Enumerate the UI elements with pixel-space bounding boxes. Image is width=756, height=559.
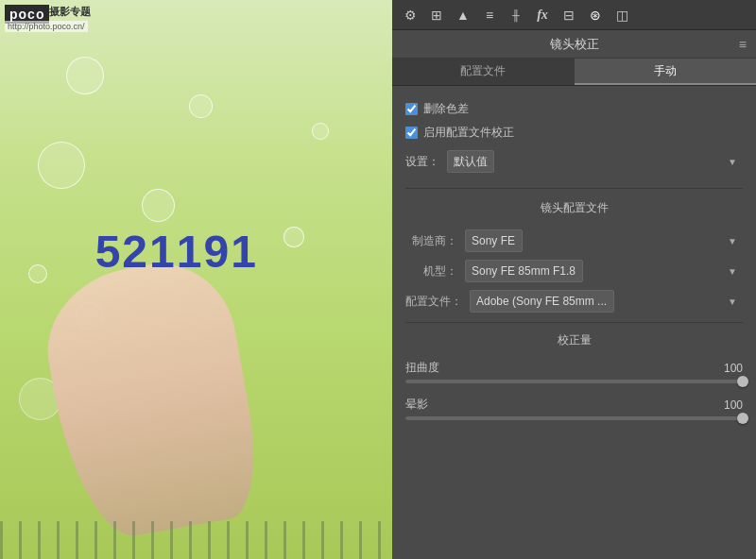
profile-file-select-wrapper: Adobe (Sony FE 85mm ... Default ▼ bbox=[470, 290, 743, 313]
bubble bbox=[189, 94, 213, 118]
vignette-fill bbox=[405, 416, 743, 420]
settings-row: 设置： 默认值 自定义 ▼ bbox=[405, 150, 743, 173]
divider-1 bbox=[405, 188, 743, 189]
checkbox-chromatic[interactable] bbox=[405, 103, 418, 115]
manufacturer-select-wrapper: Sony FE Canon Nikon Sigma ▼ bbox=[465, 229, 743, 252]
profile-file-select-arrow: ▼ bbox=[728, 296, 737, 307]
distortion-thumb[interactable] bbox=[737, 376, 748, 387]
bubble bbox=[312, 123, 329, 140]
distortion-header: 扭曲度 100 bbox=[405, 360, 743, 376]
distortion-track[interactable] bbox=[405, 380, 743, 383]
checkbox-row-profile: 启用配置文件校正 bbox=[405, 125, 743, 141]
toolbar-icon-crop[interactable]: ⊞ bbox=[426, 5, 447, 25]
menu-icon[interactable]: ≡ bbox=[739, 37, 747, 52]
checkbox-chromatic-label: 删除色差 bbox=[423, 101, 469, 117]
toolbar-icon-settings[interactable]: ⚙ bbox=[400, 5, 421, 25]
manufacturer-select[interactable]: Sony FE Canon Nikon Sigma bbox=[465, 229, 523, 252]
toolbar: ⚙ ⊞ ▲ ≡ ╫ fx ⊟ ⊛ ◫ bbox=[392, 0, 756, 30]
checkbox-row-chromatic: 删除色差 bbox=[405, 101, 743, 117]
settings-select-wrapper: 默认值 自定义 ▼ bbox=[447, 150, 743, 173]
model-row: 机型： Sony FE 85mm F1.8 Sony FE 50mm F1.8 … bbox=[405, 260, 743, 282]
photo-panel: poco 摄影专题 http://photo.poco.cn/ 521191 bbox=[0, 0, 392, 559]
watermark-subtitle: 摄影专题 bbox=[49, 5, 91, 19]
vignette-header: 晕影 100 bbox=[405, 397, 743, 413]
tab-bar: 配置文件 手动 bbox=[392, 59, 756, 86]
profile-file-row: 配置文件： Adobe (Sony FE 85mm ... Default ▼ bbox=[405, 290, 743, 313]
vignette-thumb[interactable] bbox=[737, 413, 748, 424]
model-select-wrapper: Sony FE 85mm F1.8 Sony FE 50mm F1.8 Sony… bbox=[465, 260, 743, 282]
checkbox-profile-enable[interactable] bbox=[405, 127, 418, 139]
toolbar-icon-fx[interactable]: fx bbox=[532, 5, 553, 25]
bubble bbox=[38, 142, 85, 189]
distortion-value: 100 bbox=[714, 362, 743, 375]
vignette-track[interactable] bbox=[405, 416, 743, 420]
watermark-number: 521191 bbox=[95, 226, 258, 278]
toolbar-icon-detail[interactable]: ≡ bbox=[479, 5, 500, 25]
tab-profile[interactable]: 配置文件 bbox=[392, 59, 575, 85]
vignette-label: 晕影 bbox=[405, 397, 428, 413]
watermark-url: http://photo.poco.cn/ bbox=[5, 21, 88, 32]
bubble bbox=[66, 57, 104, 94]
toolbar-icon-lens[interactable]: ⊛ bbox=[585, 5, 606, 25]
settings-select[interactable]: 默认值 自定义 bbox=[447, 150, 494, 173]
section-title-bar: 镜头校正 ≡ bbox=[392, 30, 756, 59]
fence bbox=[0, 521, 392, 559]
right-panel: ⚙ ⊞ ▲ ≡ ╫ fx ⊟ ⊛ ◫ 镜头校正 ≡ 配置文件 手动 删除色差 启… bbox=[392, 0, 756, 559]
model-select[interactable]: Sony FE 85mm F1.8 Sony FE 50mm F1.8 Sony… bbox=[465, 260, 583, 282]
divider-2 bbox=[405, 322, 743, 323]
section-title: 镜头校正 bbox=[550, 36, 599, 53]
content-area: 删除色差 启用配置文件校正 设置： 默认值 自定义 ▼ 镜头配置文件 制造商： bbox=[392, 86, 756, 559]
profile-file-select[interactable]: Adobe (Sony FE 85mm ... Default bbox=[470, 290, 614, 313]
correction-title: 校正量 bbox=[405, 332, 743, 348]
bubble bbox=[284, 227, 304, 247]
toolbar-icon-curves[interactable]: ▲ bbox=[453, 5, 473, 25]
toolbar-icon-transform[interactable]: ◫ bbox=[611, 5, 632, 25]
model-select-arrow: ▼ bbox=[728, 266, 737, 277]
bubble bbox=[28, 264, 47, 283]
manufacturer-select-arrow: ▼ bbox=[728, 236, 737, 246]
settings-label: 设置： bbox=[405, 154, 439, 170]
settings-select-arrow: ▼ bbox=[728, 157, 737, 167]
toolbar-icon-hsl[interactable]: ╫ bbox=[506, 5, 526, 25]
manufacturer-label: 制造商： bbox=[405, 233, 457, 249]
vignette-value: 100 bbox=[714, 398, 743, 412]
poco-text: poco bbox=[9, 7, 44, 22]
tab-manual[interactable]: 手动 bbox=[575, 59, 757, 85]
distortion-fill bbox=[405, 380, 743, 383]
model-label: 机型： bbox=[405, 263, 457, 280]
checkbox-profile-label: 启用配置文件校正 bbox=[423, 125, 514, 141]
distortion-slider-row: 扭曲度 100 bbox=[405, 360, 743, 383]
manufacturer-row: 制造商： Sony FE Canon Nikon Sigma ▼ bbox=[405, 229, 743, 252]
lens-profile-title: 镜头配置文件 bbox=[405, 200, 743, 220]
profile-file-label: 配置文件： bbox=[405, 294, 462, 310]
distortion-label: 扭曲度 bbox=[405, 360, 439, 376]
toolbar-icon-calibration[interactable]: ⊟ bbox=[558, 5, 579, 25]
bubble bbox=[142, 189, 175, 222]
vignette-slider-row: 晕影 100 bbox=[405, 397, 743, 420]
